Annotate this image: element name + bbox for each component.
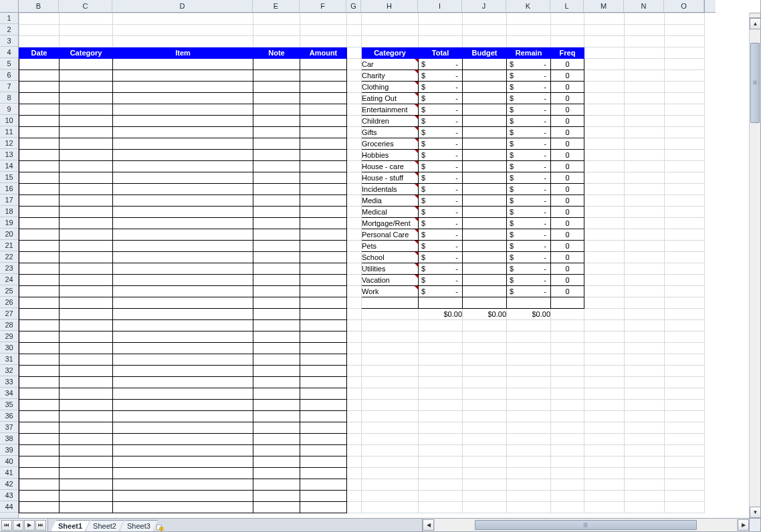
cell-D25[interactable] (113, 286, 253, 297)
cell-K18[interactable]: $- (507, 207, 551, 218)
cell-E7[interactable] (253, 82, 300, 93)
cell-H17[interactable]: Media (362, 195, 419, 207)
cell-H44[interactable] (362, 502, 419, 513)
cell-C8[interactable] (60, 93, 113, 104)
cell-N29[interactable] (625, 331, 665, 343)
row-header-4[interactable]: 4 (0, 47, 18, 58)
cell-O1[interactable] (665, 13, 705, 25)
cell-F9[interactable] (300, 104, 347, 116)
cell-N32[interactable] (625, 366, 665, 377)
cell-B11[interactable] (19, 127, 60, 138)
cell-K6[interactable]: $- (507, 70, 551, 82)
select-all-corner[interactable] (0, 0, 19, 13)
cell-L31[interactable] (551, 354, 584, 366)
cell-M15[interactable] (584, 172, 625, 184)
cell-F1[interactable] (300, 13, 347, 25)
cell-K22[interactable]: $- (507, 252, 551, 263)
cell-C32[interactable] (60, 366, 113, 377)
cell-G31[interactable] (347, 354, 362, 366)
row-header-3[interactable]: 3 (0, 35, 18, 47)
tab-next-button[interactable]: ▶ (24, 520, 35, 531)
cell-C13[interactable] (60, 150, 113, 161)
cell-O16[interactable] (665, 184, 705, 195)
cell-D22[interactable] (113, 252, 253, 263)
cell-C26[interactable] (60, 297, 113, 309)
cell-F29[interactable] (300, 331, 347, 343)
cell-B43[interactable] (19, 491, 60, 502)
cell-N15[interactable] (625, 172, 665, 184)
cell-M25[interactable] (584, 286, 625, 297)
cell-C33[interactable] (60, 377, 113, 388)
row-header-41[interactable]: 41 (0, 467, 18, 479)
cell-I32[interactable] (419, 366, 463, 377)
cell-G26[interactable] (347, 297, 362, 309)
cell-G34[interactable] (347, 388, 362, 400)
cell-E24[interactable] (253, 275, 300, 286)
cell-L19[interactable]: 0 (551, 218, 584, 229)
cell-G24[interactable] (347, 275, 362, 286)
cell-C17[interactable] (60, 195, 113, 207)
cell-N13[interactable] (625, 150, 665, 161)
cell-O10[interactable] (665, 116, 705, 127)
scroll-up-button[interactable]: ▲ (750, 18, 760, 29)
cell-H30[interactable] (362, 343, 419, 354)
cell-H20[interactable]: Personal Care (362, 229, 419, 241)
cell-L27[interactable] (551, 309, 584, 320)
cell-N19[interactable] (625, 218, 665, 229)
cell-C40[interactable] (60, 456, 113, 468)
cell-M17[interactable] (584, 195, 625, 207)
cell-N6[interactable] (625, 70, 665, 82)
column-header-N[interactable]: N (624, 0, 664, 12)
cell-grid[interactable]: DateCategoryItemNoteAmountCategoryTotalB… (19, 13, 749, 518)
cell-C39[interactable] (60, 445, 113, 456)
cell-M23[interactable] (584, 263, 625, 275)
cell-E23[interactable] (253, 263, 300, 275)
cell-L36[interactable] (551, 411, 584, 422)
cell-G9[interactable] (347, 104, 362, 116)
cell-C22[interactable] (60, 252, 113, 263)
cell-H7[interactable]: Clothing (362, 82, 419, 93)
cell-O2[interactable] (665, 25, 705, 36)
cell-B12[interactable] (19, 138, 60, 150)
cell-E44[interactable] (253, 502, 300, 513)
cell-M29[interactable] (584, 331, 625, 343)
cell-B19[interactable] (19, 218, 60, 229)
cell-N38[interactable] (625, 434, 665, 445)
cell-H4[interactable]: Category (362, 47, 419, 59)
cell-O42[interactable] (665, 479, 705, 491)
cell-C34[interactable] (60, 388, 113, 400)
cell-M4[interactable] (584, 47, 625, 59)
cell-M34[interactable] (584, 388, 625, 400)
cell-I5[interactable]: $- (419, 59, 463, 70)
cell-H23[interactable]: Utilities (362, 263, 419, 275)
cell-K44[interactable] (507, 502, 551, 513)
cell-F14[interactable] (300, 161, 347, 172)
cell-K42[interactable] (507, 479, 551, 491)
row-header-6[interactable]: 6 (0, 70, 18, 81)
cell-K20[interactable]: $- (507, 229, 551, 241)
scroll-left-button[interactable]: ◀ (423, 519, 434, 531)
cell-D43[interactable] (113, 491, 253, 502)
cell-M16[interactable] (584, 184, 625, 195)
cell-L39[interactable] (551, 445, 584, 456)
cell-E2[interactable] (253, 25, 300, 36)
cell-F21[interactable] (300, 241, 347, 252)
cell-L38[interactable] (551, 434, 584, 445)
cell-F27[interactable] (300, 309, 347, 320)
row-header-9[interactable]: 9 (0, 104, 18, 115)
cell-H40[interactable] (362, 456, 419, 468)
cell-G15[interactable] (347, 172, 362, 184)
cell-I11[interactable]: $- (419, 127, 463, 138)
cell-E20[interactable] (253, 229, 300, 241)
cell-O18[interactable] (665, 207, 705, 218)
row-header-40[interactable]: 40 (0, 456, 18, 467)
cell-G10[interactable] (347, 116, 362, 127)
cell-K21[interactable]: $- (507, 241, 551, 252)
cell-J23[interactable] (463, 263, 507, 275)
cell-G29[interactable] (347, 331, 362, 343)
cell-I44[interactable] (419, 502, 463, 513)
cell-M12[interactable] (584, 138, 625, 150)
cell-J39[interactable] (463, 445, 507, 456)
cell-B6[interactable] (19, 70, 60, 82)
cell-F37[interactable] (300, 422, 347, 434)
